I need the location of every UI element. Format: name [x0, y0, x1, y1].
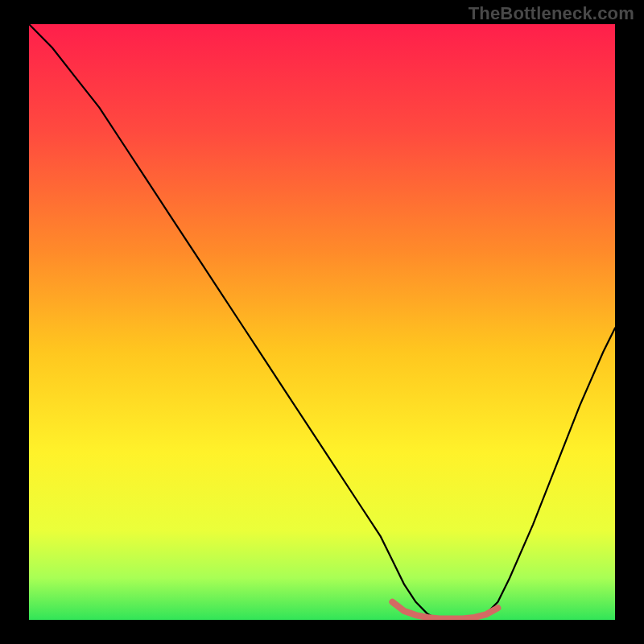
- chart-svg: [29, 24, 615, 620]
- chart-frame: TheBottleneck.com: [0, 0, 644, 644]
- gradient-background: [29, 24, 615, 620]
- watermark-text: TheBottleneck.com: [469, 3, 634, 24]
- plot-area: [29, 24, 615, 620]
